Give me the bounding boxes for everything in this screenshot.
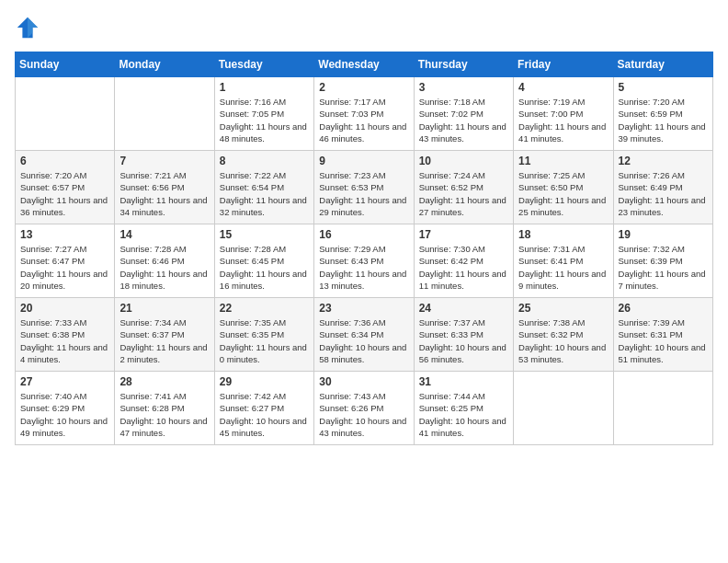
day-number: 20 (20, 302, 109, 315)
day-info: Sunrise: 7:35 AM Sunset: 6:35 PM Dayligh… (220, 316, 309, 365)
day-cell-2: 2Sunrise: 7:17 AM Sunset: 7:03 PM Daylig… (314, 77, 414, 151)
day-cell-9: 9Sunrise: 7:23 AM Sunset: 6:53 PM Daylig… (314, 151, 414, 224)
day-cell-5: 5Sunrise: 7:20 AM Sunset: 6:59 PM Daylig… (613, 77, 712, 151)
day-cell-28: 28Sunrise: 7:41 AM Sunset: 6:28 PM Dayli… (115, 372, 214, 445)
day-cell-empty-0-0 (16, 77, 115, 151)
day-info: Sunrise: 7:32 AM Sunset: 6:39 PM Dayligh… (619, 243, 708, 292)
logo-icon (15, 15, 40, 40)
day-cell-19: 19Sunrise: 7:32 AM Sunset: 6:39 PM Dayli… (613, 224, 712, 298)
day-info: Sunrise: 7:25 AM Sunset: 6:50 PM Dayligh… (518, 169, 608, 218)
day-cell-14: 14Sunrise: 7:28 AM Sunset: 6:46 PM Dayli… (115, 224, 214, 298)
header-monday: Monday (115, 52, 214, 77)
day-cell-empty-0-1 (115, 77, 214, 151)
day-info: Sunrise: 7:17 AM Sunset: 7:03 PM Dayligh… (319, 96, 408, 144)
day-info: Sunrise: 7:20 AM Sunset: 6:57 PM Dayligh… (20, 169, 109, 218)
day-cell-12: 12Sunrise: 7:26 AM Sunset: 6:49 PM Dayli… (613, 151, 712, 224)
page-header (15, 15, 713, 40)
header-tuesday: Tuesday (214, 52, 313, 77)
day-info: Sunrise: 7:20 AM Sunset: 6:59 PM Dayligh… (619, 96, 708, 144)
day-info: Sunrise: 7:44 AM Sunset: 6:25 PM Dayligh… (419, 390, 508, 439)
calendar-table: SundayMondayTuesdayWednesdayThursdayFrid… (15, 52, 713, 445)
day-number: 26 (619, 302, 708, 315)
day-info: Sunrise: 7:21 AM Sunset: 6:56 PM Dayligh… (119, 169, 209, 218)
day-info: Sunrise: 7:28 AM Sunset: 6:45 PM Dayligh… (220, 243, 309, 292)
day-cell-21: 21Sunrise: 7:34 AM Sunset: 6:37 PM Dayli… (115, 298, 214, 372)
day-cell-25: 25Sunrise: 7:38 AM Sunset: 6:32 PM Dayli… (514, 298, 613, 372)
week-row-3: 13Sunrise: 7:27 AM Sunset: 6:47 PM Dayli… (16, 224, 713, 298)
day-info: Sunrise: 7:24 AM Sunset: 6:52 PM Dayligh… (419, 169, 508, 218)
day-number: 28 (119, 375, 209, 388)
day-number: 12 (619, 155, 708, 167)
day-number: 18 (518, 228, 608, 241)
day-info: Sunrise: 7:16 AM Sunset: 7:05 PM Dayligh… (220, 96, 309, 144)
day-cell-10: 10Sunrise: 7:24 AM Sunset: 6:52 PM Dayli… (414, 151, 513, 224)
day-number: 5 (619, 81, 708, 94)
day-number: 30 (319, 375, 408, 388)
day-info: Sunrise: 7:28 AM Sunset: 6:46 PM Dayligh… (119, 243, 209, 292)
day-cell-4: 4Sunrise: 7:19 AM Sunset: 7:00 PM Daylig… (514, 77, 613, 151)
day-number: 19 (619, 228, 708, 241)
day-number: 23 (319, 302, 408, 315)
day-number: 10 (419, 155, 508, 167)
day-cell-26: 26Sunrise: 7:39 AM Sunset: 6:31 PM Dayli… (613, 298, 712, 372)
day-info: Sunrise: 7:27 AM Sunset: 6:47 PM Dayligh… (20, 243, 109, 292)
day-cell-27: 27Sunrise: 7:40 AM Sunset: 6:29 PM Dayli… (16, 372, 115, 445)
day-number: 31 (419, 375, 508, 388)
weekday-header-row: SundayMondayTuesdayWednesdayThursdayFrid… (16, 52, 713, 77)
day-info: Sunrise: 7:33 AM Sunset: 6:38 PM Dayligh… (20, 316, 109, 365)
day-number: 9 (319, 155, 408, 167)
logo (15, 15, 44, 40)
day-cell-16: 16Sunrise: 7:29 AM Sunset: 6:43 PM Dayli… (314, 224, 414, 298)
day-number: 6 (20, 155, 109, 167)
day-cell-23: 23Sunrise: 7:36 AM Sunset: 6:34 PM Dayli… (314, 298, 414, 372)
day-number: 29 (220, 375, 309, 388)
header-friday: Friday (514, 52, 613, 77)
header-saturday: Saturday (613, 52, 712, 77)
week-row-5: 27Sunrise: 7:40 AM Sunset: 6:29 PM Dayli… (16, 372, 713, 445)
day-info: Sunrise: 7:31 AM Sunset: 6:41 PM Dayligh… (518, 243, 608, 292)
day-info: Sunrise: 7:23 AM Sunset: 6:53 PM Dayligh… (319, 169, 408, 218)
day-info: Sunrise: 7:29 AM Sunset: 6:43 PM Dayligh… (319, 243, 408, 292)
day-info: Sunrise: 7:30 AM Sunset: 6:42 PM Dayligh… (419, 243, 508, 292)
day-number: 1 (220, 81, 309, 94)
day-number: 4 (518, 81, 608, 94)
day-info: Sunrise: 7:39 AM Sunset: 6:31 PM Dayligh… (619, 316, 708, 365)
day-info: Sunrise: 7:37 AM Sunset: 6:33 PM Dayligh… (419, 316, 508, 365)
day-number: 8 (220, 155, 309, 167)
day-info: Sunrise: 7:19 AM Sunset: 7:00 PM Dayligh… (518, 96, 608, 144)
day-cell-29: 29Sunrise: 7:42 AM Sunset: 6:27 PM Dayli… (214, 372, 313, 445)
header-thursday: Thursday (414, 52, 513, 77)
header-sunday: Sunday (16, 52, 115, 77)
day-info: Sunrise: 7:18 AM Sunset: 7:02 PM Dayligh… (419, 96, 508, 144)
day-info: Sunrise: 7:36 AM Sunset: 6:34 PM Dayligh… (319, 316, 408, 365)
day-number: 7 (119, 155, 209, 167)
day-cell-15: 15Sunrise: 7:28 AM Sunset: 6:45 PM Dayli… (214, 224, 313, 298)
day-cell-13: 13Sunrise: 7:27 AM Sunset: 6:47 PM Dayli… (16, 224, 115, 298)
day-number: 15 (220, 228, 309, 241)
day-cell-8: 8Sunrise: 7:22 AM Sunset: 6:54 PM Daylig… (214, 151, 313, 224)
week-row-1: 1Sunrise: 7:16 AM Sunset: 7:05 PM Daylig… (16, 77, 713, 151)
day-number: 14 (119, 228, 209, 241)
day-number: 13 (20, 228, 109, 241)
day-number: 16 (319, 228, 408, 241)
day-cell-20: 20Sunrise: 7:33 AM Sunset: 6:38 PM Dayli… (16, 298, 115, 372)
day-cell-30: 30Sunrise: 7:43 AM Sunset: 6:26 PM Dayli… (314, 372, 414, 445)
day-info: Sunrise: 7:43 AM Sunset: 6:26 PM Dayligh… (319, 390, 408, 439)
day-number: 27 (20, 375, 109, 388)
day-number: 2 (319, 81, 408, 94)
day-cell-31: 31Sunrise: 7:44 AM Sunset: 6:25 PM Dayli… (414, 372, 513, 445)
day-cell-empty-4-5 (514, 372, 613, 445)
day-cell-7: 7Sunrise: 7:21 AM Sunset: 6:56 PM Daylig… (115, 151, 214, 224)
day-info: Sunrise: 7:38 AM Sunset: 6:32 PM Dayligh… (518, 316, 608, 365)
day-info: Sunrise: 7:34 AM Sunset: 6:37 PM Dayligh… (119, 316, 209, 365)
day-cell-3: 3Sunrise: 7:18 AM Sunset: 7:02 PM Daylig… (414, 77, 513, 151)
header-wednesday: Wednesday (314, 52, 414, 77)
week-row-2: 6Sunrise: 7:20 AM Sunset: 6:57 PM Daylig… (16, 151, 713, 224)
day-number: 11 (518, 155, 608, 167)
day-number: 22 (220, 302, 309, 315)
week-row-4: 20Sunrise: 7:33 AM Sunset: 6:38 PM Dayli… (16, 298, 713, 372)
day-number: 21 (119, 302, 209, 315)
day-cell-24: 24Sunrise: 7:37 AM Sunset: 6:33 PM Dayli… (414, 298, 513, 372)
day-info: Sunrise: 7:40 AM Sunset: 6:29 PM Dayligh… (20, 390, 109, 439)
day-info: Sunrise: 7:22 AM Sunset: 6:54 PM Dayligh… (220, 169, 309, 218)
